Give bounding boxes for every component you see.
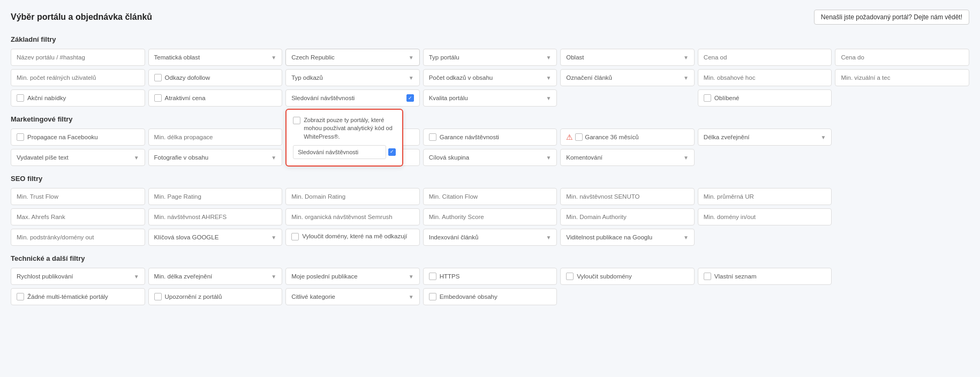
portal-name-input[interactable] bbox=[11, 49, 145, 66]
thematic-area-select[interactable]: Tematická oblast ▼ bbox=[148, 49, 283, 66]
basic-filters-row3: Akční nabídky Atraktivní cena Sledování … bbox=[11, 89, 969, 107]
min-page-rating-input[interactable] bbox=[148, 188, 283, 205]
attractive-price-checkbox[interactable]: Atraktivní cena bbox=[148, 89, 283, 107]
min-semrush-field[interactable] bbox=[285, 208, 420, 225]
portal-name-field[interactable] bbox=[11, 49, 145, 66]
https-checkbox[interactable]: HTTPS bbox=[423, 268, 557, 285]
google-visibility-select[interactable]: Viditelnost publikace na Googlu ▼ bbox=[560, 229, 695, 246]
min-authority-score-field[interactable] bbox=[423, 208, 557, 225]
portal-alerts-checkbox[interactable]: Upozornění z portálů bbox=[148, 288, 283, 305]
checkbox-icon bbox=[154, 94, 162, 102]
max-ahrefs-rank-input[interactable] bbox=[11, 208, 145, 225]
action-offers-checkbox[interactable]: Akční nabídky bbox=[11, 89, 145, 107]
tooltip-select[interactable]: Sledování návštěvnosti bbox=[293, 145, 386, 159]
tooltip-checked-box bbox=[388, 148, 396, 156]
min-senuto-field[interactable] bbox=[560, 188, 695, 205]
favorites-checkbox[interactable]: Oblíbené bbox=[698, 89, 832, 107]
min-ahrefs-visit-field[interactable] bbox=[148, 208, 283, 225]
warning-icon: ⚠ bbox=[566, 133, 573, 141]
price-to-input[interactable] bbox=[835, 49, 969, 66]
google-keywords-select[interactable]: Klíčová slova GOOGLE ▼ bbox=[148, 229, 283, 246]
chevron-down-icon: ▼ bbox=[546, 235, 551, 240]
min-citation-flow-input[interactable] bbox=[423, 188, 557, 205]
min-real-users-input[interactable] bbox=[11, 69, 145, 86]
min-visual-tech-input[interactable] bbox=[835, 69, 969, 86]
sensitive-categories-select[interactable]: Citlivé kategorie ▼ bbox=[285, 288, 420, 305]
min-subpages-out-field[interactable] bbox=[11, 229, 145, 246]
links-in-content-select[interactable]: Počet odkazů v obsahu ▼ bbox=[423, 69, 557, 86]
chevron-down-icon: ▼ bbox=[409, 274, 414, 280]
photos-in-content-select[interactable]: Fotografie v obsahu ▼ bbox=[148, 149, 283, 166]
min-domain-authority-input[interactable] bbox=[560, 208, 695, 225]
target-group-select[interactable]: Cílová skupina ▼ bbox=[423, 149, 557, 166]
min-publish-length-select[interactable]: Min. délka zveřejnění ▼ bbox=[148, 268, 283, 285]
dofollow-links-checkbox[interactable]: Odkazy dofollow bbox=[148, 69, 283, 86]
custom-list-checkbox[interactable]: Vlastní seznam bbox=[698, 268, 832, 285]
min-promo-length-input[interactable] bbox=[148, 129, 283, 146]
embedded-content-checkbox[interactable]: Embedované obsahy bbox=[423, 288, 557, 305]
tracking-select[interactable]: Sledování návštěvnosti bbox=[285, 89, 420, 107]
min-trust-flow-input[interactable] bbox=[11, 188, 145, 205]
publish-length-select[interactable]: Délka zveřejnění ▼ bbox=[698, 129, 832, 146]
min-senuto-input[interactable] bbox=[560, 188, 695, 205]
tooltip-content: Zobrazit pouze ty portály, které mohou p… bbox=[293, 116, 396, 141]
exclude-subdomains-checkbox[interactable]: Vyloučit subdomény bbox=[560, 268, 695, 285]
chevron-down-icon: ▼ bbox=[683, 235, 689, 240]
tracking-checked-icon bbox=[406, 94, 414, 102]
visit-guarantee-checkbox[interactable]: Garance návštěvnosti bbox=[423, 129, 557, 146]
min-visual-tech-field[interactable] bbox=[835, 69, 969, 86]
facebook-promo-checkbox[interactable]: Propagace na Facebooku bbox=[11, 129, 145, 146]
max-ahrefs-rank-field[interactable] bbox=[11, 208, 145, 225]
min-trust-flow-field[interactable] bbox=[11, 188, 145, 205]
min-citation-flow-field[interactable] bbox=[423, 188, 557, 205]
publisher-writes-select[interactable]: Vydavatel píše text ▼ bbox=[11, 149, 145, 166]
not-found-portal-button[interactable]: Nenašli jste požadovaný portál? Dejte ná… bbox=[814, 10, 969, 25]
min-ahrefs-visit-input[interactable] bbox=[148, 208, 283, 225]
chevron-down-icon: ▼ bbox=[546, 55, 551, 61]
article-indexing-select[interactable]: Indexování článků ▼ bbox=[423, 229, 557, 246]
area-select[interactable]: Oblast ▼ bbox=[560, 49, 695, 66]
chevron-down-icon: ▼ bbox=[134, 155, 139, 161]
min-domains-inout-field[interactable] bbox=[698, 208, 832, 225]
portal-type-select[interactable]: Typ portálu ▼ bbox=[423, 49, 557, 66]
min-authority-score-input[interactable] bbox=[423, 208, 557, 225]
empty-seo1 bbox=[835, 188, 969, 205]
min-subpages-out-input[interactable] bbox=[11, 229, 145, 246]
portal-quality-select[interactable]: Kvalita portálu ▼ bbox=[423, 89, 557, 107]
tooltip-checkbox-icon[interactable] bbox=[293, 117, 300, 124]
empty-tech2-2 bbox=[698, 288, 832, 305]
commenting-select[interactable]: Komentování ▼ bbox=[560, 149, 695, 166]
price-from-field[interactable] bbox=[698, 49, 832, 66]
checkbox-icon bbox=[17, 94, 24, 102]
checkbox-icon bbox=[154, 74, 162, 81]
min-avg-ur-input[interactable] bbox=[698, 188, 832, 205]
last-publication-select[interactable]: Moje poslední publikace ▼ bbox=[285, 268, 420, 285]
empty-seo2 bbox=[835, 208, 969, 225]
link-type-select[interactable]: Typ odkazů ▼ bbox=[285, 69, 420, 86]
guarantee-36-container[interactable]: ⚠ Garance 36 měsíců bbox=[560, 129, 695, 146]
empty-seo3-2 bbox=[835, 229, 969, 246]
min-domain-rating-input[interactable] bbox=[285, 188, 420, 205]
min-page-rating-field[interactable] bbox=[148, 188, 283, 205]
min-avg-ur-field[interactable] bbox=[698, 188, 832, 205]
min-domain-authority-field[interactable] bbox=[560, 208, 695, 225]
chevron-down-icon: ▼ bbox=[271, 235, 276, 240]
exclude-domains-checkbox[interactable]: Vyloučit domény, které na mě odkazují bbox=[285, 229, 420, 246]
no-multi-thematic-checkbox[interactable]: Žádné multi-tématické portály bbox=[11, 288, 145, 305]
chevron-down-icon: ▼ bbox=[271, 55, 276, 61]
price-to-field[interactable] bbox=[835, 49, 969, 66]
price-from-input[interactable] bbox=[698, 49, 832, 66]
min-semrush-input[interactable] bbox=[285, 208, 420, 225]
article-labels-select[interactable]: Označení článků ▼ bbox=[560, 69, 695, 86]
seo-filters-row1 bbox=[11, 188, 969, 205]
min-domain-rating-field[interactable] bbox=[285, 188, 420, 205]
min-real-users-field[interactable] bbox=[11, 69, 145, 86]
empty-mkt2-2 bbox=[835, 149, 969, 166]
min-domains-inout-input[interactable] bbox=[698, 208, 832, 225]
checkbox-icon bbox=[17, 293, 24, 300]
publish-speed-select[interactable]: Rychlost publikování ▼ bbox=[11, 268, 145, 285]
min-content-hoc-input[interactable] bbox=[698, 69, 832, 86]
country-select[interactable]: Czech Republic ▼ bbox=[285, 49, 420, 66]
min-content-hoc-field[interactable] bbox=[698, 69, 832, 86]
min-promo-length-field[interactable] bbox=[148, 129, 283, 146]
